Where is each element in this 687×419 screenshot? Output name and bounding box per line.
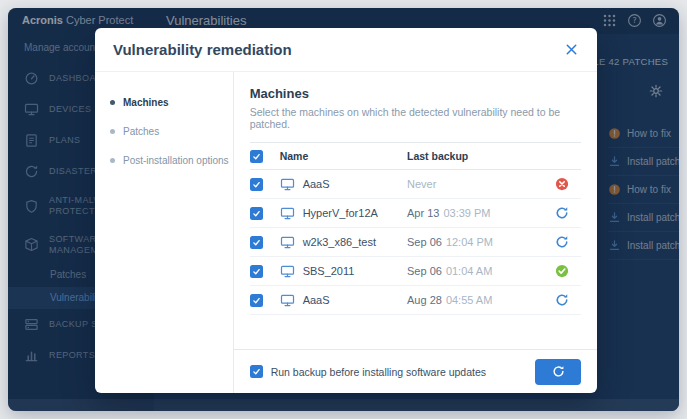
status-running-icon [555,235,569,249]
select-all-checkbox[interactable] [250,150,263,163]
modal-steps: MachinesPatchesPost-installation options [95,72,234,393]
step-label: Post-installation options [123,155,229,166]
table-header: Name Last backup [250,142,581,170]
machine-name: SBS_2011 [303,265,355,277]
step-label: Machines [123,97,169,108]
modal-content: Machines Select the machines on which th… [234,72,597,393]
modal-header: Vulnerability remediation [95,28,597,72]
last-backup-date: Apr 13 [407,207,439,219]
screen: AcronisCyber Protect Vulnerabilities ? M… [0,0,687,419]
last-backup-cell: Never [407,178,555,190]
close-icon[interactable] [564,42,579,57]
status-running-icon [555,293,569,307]
step-machines[interactable]: Machines [95,88,233,117]
machine-name: w2k3_x86_test [303,236,376,248]
step-dot [110,129,115,134]
app-window: AcronisCyber Protect Vulnerabilities ? M… [8,8,679,411]
row-checkbox[interactable] [250,294,263,307]
machine-icon [280,264,295,279]
last-backup-cell: Apr 1303:39 PM [407,207,555,219]
section-heading: Machines [250,86,581,101]
machine-name: AaaS [303,178,330,190]
machine-icon [280,206,295,221]
machine-icon [280,235,295,250]
column-last-backup: Last backup [407,150,555,162]
machine-icon [280,293,295,308]
machine-name: AaaS [303,294,330,306]
machines-section: Machines Select the machines on which th… [234,72,597,349]
last-backup-time: 01:04 AM [446,265,492,277]
row-checkbox[interactable] [250,265,263,278]
status-error-icon [555,177,569,191]
status-running-icon [555,206,569,220]
column-name: Name [280,150,407,162]
row-checkbox[interactable] [250,207,263,220]
table-row[interactable]: HyperV_for12AApr 1303:39 PM [250,199,581,228]
status-ok-icon [555,264,569,278]
proceed-button[interactable] [535,359,581,385]
run-backup-option: Run backup before installing software up… [250,365,486,378]
machine-name-cell: AaaS [280,293,407,308]
machines-table-body: AaaSNeverHyperV_for12AApr 1303:39 PMw2k3… [250,170,581,315]
machine-name-cell: AaaS [280,177,407,192]
last-backup-date: Aug 28 [407,294,442,306]
last-backup-cell: Sep 0601:04 AM [407,265,555,277]
machine-name: HyperV_for12A [303,207,378,219]
step-post-installation-options[interactable]: Post-installation options [95,146,233,175]
sync-icon [552,365,565,378]
vulnerability-remediation-modal: Vulnerability remediation MachinesPatche… [95,28,597,393]
last-backup-time: 04:55 AM [446,294,492,306]
last-backup-cell: Sep 0612:04 PM [407,236,555,248]
table-row[interactable]: AaaSAug 2804:55 AM [250,286,581,315]
machine-name-cell: HyperV_for12A [280,206,407,221]
last-backup-date: Sep 06 [407,265,442,277]
table-row[interactable]: AaaSNever [250,170,581,199]
step-dot [110,100,115,105]
last-backup-cell: Aug 2804:55 AM [407,294,555,306]
table-row[interactable]: SBS_2011Sep 0601:04 AM [250,257,581,286]
last-backup-date: Sep 06 [407,236,442,248]
machine-name-cell: SBS_2011 [280,264,407,279]
machine-icon [280,177,295,192]
section-description: Select the machines on which the detecte… [250,106,581,130]
row-checkbox[interactable] [250,236,263,249]
run-backup-label: Run backup before installing software up… [271,366,486,378]
last-backup-time: 03:39 PM [443,207,490,219]
last-backup-value: Never [407,178,436,190]
modal-title: Vulnerability remediation [113,41,292,58]
machine-name-cell: w2k3_x86_test [280,235,407,250]
last-backup-time: 12:04 PM [446,236,493,248]
row-checkbox[interactable] [250,178,263,191]
table-row[interactable]: w2k3_x86_testSep 0612:04 PM [250,228,581,257]
modal-footer: Run backup before installing software up… [234,349,597,393]
run-backup-checkbox[interactable] [250,365,263,378]
modal-body: MachinesPatchesPost-installation options… [95,72,597,393]
step-label: Patches [123,126,159,137]
step-dot [110,158,115,163]
step-patches[interactable]: Patches [95,117,233,146]
